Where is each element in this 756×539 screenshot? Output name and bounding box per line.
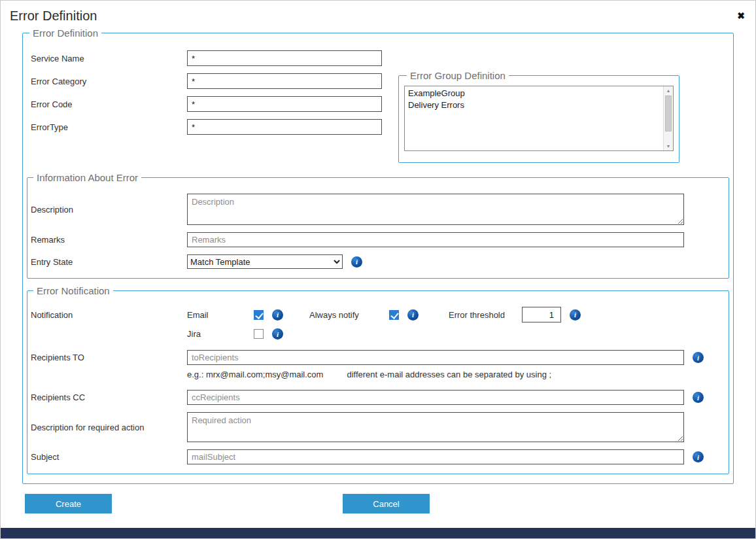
cancel-button[interactable]: Cancel bbox=[343, 494, 430, 513]
description-row: Description bbox=[31, 194, 725, 225]
jira-label: Jira bbox=[187, 329, 254, 339]
description-textarea[interactable] bbox=[187, 194, 684, 225]
error-definition-legend: Error Definition bbox=[29, 27, 101, 39]
notification-label: Notification bbox=[31, 310, 187, 320]
error-notification-section: Error Notification Notification Email i … bbox=[27, 285, 729, 474]
always-notify-info-icon[interactable]: i bbox=[407, 309, 419, 321]
always-notify-label: Always notify bbox=[309, 310, 389, 320]
remarks-row: Remarks bbox=[31, 232, 725, 247]
remarks-input[interactable] bbox=[187, 232, 684, 247]
recipients-to-row: Recipients TO i bbox=[31, 350, 725, 365]
error-notification-legend: Error Notification bbox=[33, 285, 113, 296]
required-action-label: Description for required action bbox=[31, 423, 187, 432]
error-code-label: Error Code bbox=[31, 99, 187, 109]
error-type-input[interactable] bbox=[187, 119, 382, 135]
subject-input[interactable] bbox=[187, 449, 684, 464]
error-code-input[interactable] bbox=[187, 96, 382, 112]
error-category-label: Error Category bbox=[31, 77, 187, 86]
required-action-textarea[interactable] bbox=[187, 412, 684, 442]
error-group-listbox[interactable]: ExampleGroup Delivery Errors ▲ ▼ bbox=[404, 86, 674, 151]
information-about-error-section: Information About Error Description Rema… bbox=[27, 172, 729, 279]
error-group-definition-legend: Error Group Definition bbox=[407, 70, 509, 81]
bottom-bar bbox=[1, 528, 755, 538]
page-title: Error Definition bbox=[10, 9, 97, 24]
email-checkbox[interactable] bbox=[254, 310, 264, 320]
hint-spacer bbox=[31, 370, 187, 379]
jira-checkbox[interactable] bbox=[254, 329, 264, 339]
recipients-to-info-icon[interactable]: i bbox=[693, 352, 704, 363]
error-definition-fields: Service Name Error Category Error Code E… bbox=[27, 50, 729, 165]
close-icon[interactable]: ✖ bbox=[737, 11, 745, 20]
entry-state-info-icon[interactable]: i bbox=[351, 256, 362, 268]
recipients-cc-input[interactable] bbox=[187, 390, 684, 405]
email-label: Email bbox=[187, 310, 254, 320]
subject-row: Subject i bbox=[31, 449, 725, 464]
email-example-hint: e.g.: mrx@mail.com;msy@mail.com bbox=[187, 370, 323, 379]
notification-row: Notification Email i Always notify i Err… bbox=[31, 307, 725, 322]
scrollbar-thumb[interactable] bbox=[665, 96, 672, 131]
description-label: Description bbox=[31, 205, 187, 215]
service-name-label: Service Name bbox=[31, 54, 187, 63]
remarks-label: Remarks bbox=[31, 235, 187, 245]
service-name-row: Service Name bbox=[31, 50, 729, 66]
error-threshold-label: Error threshold bbox=[449, 310, 522, 320]
recipients-cc-info-icon[interactable]: i bbox=[693, 392, 704, 403]
recipients-to-input[interactable] bbox=[187, 350, 684, 365]
scroll-up-icon[interactable]: ▲ bbox=[666, 86, 671, 95]
scrollbar-track[interactable] bbox=[664, 95, 673, 142]
jira-info-icon[interactable]: i bbox=[272, 328, 283, 339]
entry-state-row: Entry State Match Template i bbox=[31, 254, 725, 269]
error-definition-dialog: Error Definition ✖ Error Definition Serv… bbox=[0, 0, 756, 539]
jira-row: Jira i bbox=[31, 328, 725, 339]
email-separator-hint: different e-mail addresses can be separa… bbox=[347, 370, 551, 379]
dialog-header: Error Definition ✖ bbox=[1, 1, 755, 24]
service-name-input[interactable] bbox=[187, 50, 382, 66]
required-action-row: Description for required action bbox=[31, 412, 725, 442]
subject-info-icon[interactable]: i bbox=[693, 451, 704, 462]
list-item[interactable]: Delivery Errors bbox=[405, 99, 663, 111]
error-group-options: ExampleGroup Delivery Errors bbox=[405, 86, 663, 150]
create-button[interactable]: Create bbox=[25, 494, 112, 513]
always-notify-checkbox[interactable] bbox=[389, 310, 399, 320]
error-threshold-info-icon[interactable]: i bbox=[570, 309, 581, 321]
entry-state-label: Entry State bbox=[31, 257, 187, 267]
button-row: Create Cancel bbox=[25, 494, 755, 513]
error-type-label: ErrorType bbox=[31, 122, 187, 132]
subject-label: Subject bbox=[31, 452, 187, 462]
recipients-hint-row: e.g.: mrx@mail.com;msy@mail.com differen… bbox=[31, 370, 725, 379]
error-definition-section: Error Definition Service Name Error Cate… bbox=[22, 27, 734, 484]
recipients-cc-row: Recipients CC i bbox=[31, 390, 725, 405]
list-item[interactable]: ExampleGroup bbox=[405, 88, 663, 99]
information-about-error-legend: Information About Error bbox=[33, 172, 141, 183]
recipients-to-label: Recipients TO bbox=[31, 353, 187, 362]
error-group-definition-section: Error Group Definition ExampleGroup Deli… bbox=[398, 70, 679, 163]
entry-state-select[interactable]: Match Template bbox=[187, 254, 343, 269]
error-category-input[interactable] bbox=[187, 73, 382, 89]
recipients-cc-label: Recipients CC bbox=[31, 392, 187, 402]
email-info-icon[interactable]: i bbox=[272, 309, 283, 321]
error-threshold-input[interactable] bbox=[522, 307, 561, 322]
scroll-down-icon[interactable]: ▼ bbox=[666, 142, 671, 150]
listbox-scrollbar[interactable]: ▲ ▼ bbox=[663, 86, 673, 150]
